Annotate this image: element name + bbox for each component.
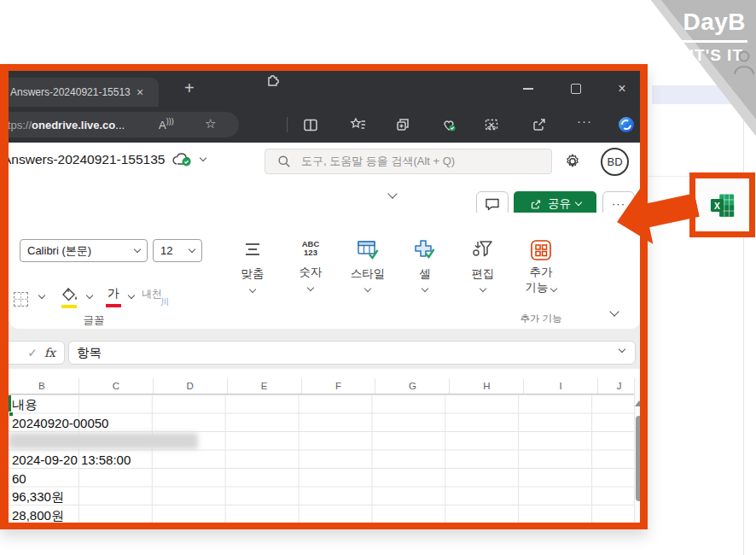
search-placeholder: 도구, 도움말 등을 검색(Alt + Q) [301, 154, 455, 169]
browser-tab-title: Answers-20240921-15513 [10, 86, 134, 98]
align-group-button[interactable]: 맞춤 [224, 238, 281, 292]
column-header-I[interactable]: I [524, 378, 598, 394]
browser-toolbar: https://onedrive.live.co... A))) ☆ [9, 107, 640, 143]
fill-color-button[interactable] [61, 288, 79, 308]
read-aloud-icon[interactable]: A))) [159, 117, 174, 131]
collections-icon[interactable] [394, 116, 411, 133]
align-chevron-icon [249, 286, 256, 293]
scrollbar-up-arrow[interactable] [635, 400, 640, 406]
screenshot-root: DayB IT'S IT Answers-20240921-15513 × + … [0, 0, 756, 555]
column-header-D[interactable]: D [154, 378, 228, 394]
cell-b2[interactable]: 20240920-00050 [12, 414, 108, 432]
watermark-banner: DayB IT'S IT [642, 0, 756, 143]
scrollbar-thumb[interactable] [636, 416, 640, 501]
excel-file-icon[interactable]: X [710, 193, 736, 218]
close-window-button[interactable]: × [613, 79, 631, 98]
callout-arrow [609, 170, 704, 257]
cells-group-button[interactable]: 셀 [397, 238, 453, 291]
align-group-label: 맞춤 [241, 266, 265, 282]
new-tab-button[interactable]: + [184, 79, 195, 98]
minimize-button[interactable] [519, 79, 538, 98]
url-ellipsis: ... [115, 119, 125, 131]
share-icon[interactable] [531, 116, 548, 133]
ribbon-tabs-chevron-icon[interactable] [387, 189, 397, 198]
comment-icon [485, 197, 500, 211]
editing-group-button[interactable]: 편집 [455, 238, 511, 291]
fx-icon[interactable]: fx [44, 346, 55, 359]
web-capture-icon[interactable] [483, 116, 500, 133]
cloud-saved-icon[interactable] [172, 151, 194, 167]
column-header-G[interactable]: G [375, 378, 450, 394]
styles-group-label: 스타일 [351, 266, 386, 282]
address-bar[interactable]: https://onedrive.live.co... A))) ☆ [9, 112, 239, 137]
file-menu-chevron-icon[interactable] [200, 154, 206, 161]
formula-fx-box: ✓ fx [9, 341, 65, 365]
editing-chevron-icon [480, 285, 486, 292]
enter-check-icon[interactable]: ✓ [27, 346, 38, 359]
addins-label-line2: 기능 [526, 280, 557, 295]
redacted-cell[interactable] [9, 433, 198, 449]
search-icon [277, 155, 291, 168]
phonetic-guide-button[interactable]: 내천 川 [142, 285, 176, 309]
addins-label-line1: 추가 [530, 265, 553, 280]
cells-icon [413, 238, 437, 260]
align-icon [241, 238, 264, 260]
vertical-scrollbar[interactable] [634, 378, 640, 523]
font-size-combo[interactable]: 12 [153, 239, 202, 262]
fill-color-icon [61, 288, 79, 302]
column-header-H[interactable]: H [450, 378, 524, 394]
cell-b6[interactable]: 96,330원 [12, 488, 64, 505]
column-header-E[interactable]: E [228, 378, 302, 394]
cell-b5[interactable]: 60 [12, 470, 26, 488]
share-button-label: 공유 [548, 196, 571, 212]
column-header-B[interactable]: B [9, 378, 79, 394]
favorite-star-icon[interactable]: ☆ [205, 116, 216, 131]
maximize-button[interactable] [567, 79, 585, 98]
tab-strip: Answers-20240921-15513 × + × [9, 71, 640, 107]
browser-window: Answers-20240921-15513 × + × https://one… [0, 64, 648, 529]
addins-icon [529, 238, 553, 262]
favorites-list-icon[interactable] [350, 116, 367, 133]
font-name-combo[interactable]: Calibri (본문) [20, 239, 148, 262]
font-color-button[interactable]: 가 [105, 285, 122, 307]
cell-b7[interactable]: 28,800원 [12, 506, 64, 523]
share-button-icon [529, 198, 543, 211]
formula-input[interactable]: 항목 [68, 341, 636, 365]
cell-b4[interactable]: 2024-09-20 13:58:00 [12, 451, 131, 469]
cells-chevron-icon [422, 285, 428, 292]
share-chevron-icon [575, 199, 582, 206]
tab-close-icon[interactable]: × [137, 85, 143, 99]
borders-button[interactable] [14, 292, 28, 307]
addins-group-label: 추가 기능 [507, 313, 575, 325]
editing-icon [471, 238, 495, 260]
formula-expand-chevron-icon[interactable] [619, 346, 625, 353]
formula-bar: ✓ fx 항목 [9, 337, 640, 369]
phonetic-guide-label: 내천 [142, 288, 162, 300]
toolbar-more-icon[interactable]: ··· [577, 114, 592, 128]
copilot-icon[interactable] [616, 114, 637, 135]
split-screen-icon[interactable] [302, 116, 319, 133]
font-color-icon: 가 [108, 286, 119, 300]
styles-icon [356, 238, 380, 260]
browser-tab[interactable]: Answers-20240921-15513 × [9, 78, 159, 107]
addins-group-button[interactable]: 추가 기능 [513, 238, 569, 295]
settings-gear-icon[interactable] [563, 152, 582, 171]
watermark-title: DayB [683, 9, 746, 36]
editing-group-label: 편집 [472, 266, 495, 282]
font-size-chevron-icon [189, 245, 195, 252]
browser-essentials-icon[interactable] [440, 116, 457, 133]
search-box[interactable]: 도구, 도움말 등을 검색(Alt + Q) [265, 149, 552, 174]
styles-group-button[interactable]: 스타일 [340, 238, 396, 291]
file-name[interactable]: Answers-20240921-155135 [9, 152, 165, 167]
number-group-button[interactable]: ABC123 숫자 [282, 237, 339, 290]
column-header-C[interactable]: C [79, 378, 154, 394]
font-name-value: Calibri (본문) [27, 243, 91, 259]
column-header-F[interactable]: F [302, 378, 376, 394]
cell-b1[interactable]: 내용 [12, 395, 38, 413]
number-icon: ABC123 [302, 237, 320, 260]
font-group-label: 글꼴 [43, 313, 145, 328]
background-panel-edge [743, 75, 744, 555]
extensions-icon[interactable] [265, 71, 282, 88]
styles-chevron-icon [364, 285, 371, 292]
avatar[interactable]: BD [601, 148, 629, 176]
